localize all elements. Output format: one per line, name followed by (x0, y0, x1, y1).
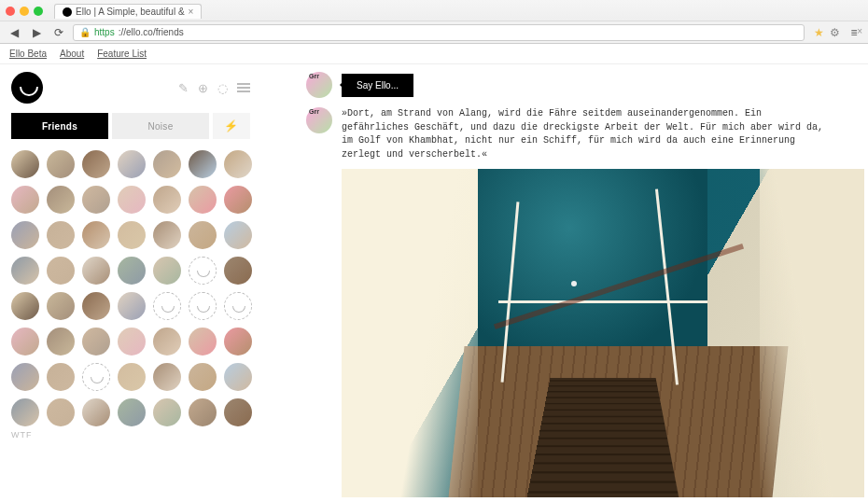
friend-avatar[interactable] (118, 150, 146, 178)
friend-avatar[interactable] (189, 221, 217, 249)
tab-friends[interactable]: Friends (11, 113, 108, 139)
composer-prompt[interactable]: Say Ello... (342, 74, 413, 97)
friend-avatar[interactable] (82, 328, 110, 356)
friend-avatar[interactable] (189, 292, 217, 320)
tab-bolt[interactable]: ⚡ (213, 113, 250, 139)
friend-avatar[interactable] (11, 292, 39, 320)
friend-avatar[interactable] (82, 150, 110, 178)
friend-avatar[interactable] (224, 328, 252, 356)
compose-icon[interactable]: ✎ (178, 81, 189, 95)
post-avatar[interactable] (306, 107, 332, 133)
settings-gear-icon[interactable]: ⚙ (830, 26, 840, 39)
hamburger-icon[interactable] (237, 83, 250, 92)
tab-close-icon[interactable]: × (189, 7, 194, 17)
wtf-link[interactable]: WTF (11, 430, 250, 439)
url-scheme: https (94, 27, 115, 37)
bookmark-link[interactable]: Ello Beta (9, 49, 47, 59)
friend-avatar[interactable] (82, 257, 110, 285)
friend-avatar[interactable] (189, 257, 217, 285)
post-text: »Dort, am Strand von Alang, wird die Fäh… (342, 107, 827, 161)
bookmark-link[interactable]: Feature List (97, 49, 147, 59)
image-rail (498, 300, 707, 303)
friend-avatar[interactable] (224, 150, 252, 178)
friend-avatar[interactable] (47, 150, 75, 178)
close-window-icon[interactable] (6, 7, 15, 16)
url-path: ://ello.co/friends (119, 27, 184, 37)
composer: Say Ello... (306, 72, 853, 98)
friend-avatar[interactable] (47, 363, 75, 391)
image-stairs (526, 378, 680, 497)
friend-avatar[interactable] (153, 150, 181, 178)
discover-icon[interactable]: ◌ (217, 81, 228, 95)
friend-avatar[interactable] (47, 328, 75, 356)
friend-avatar[interactable] (224, 363, 252, 391)
friend-avatar[interactable] (47, 186, 75, 214)
friend-avatar[interactable] (189, 398, 217, 426)
friend-avatar[interactable] (11, 186, 39, 214)
address-bar: ◀ ▶ ⟳ 🔒 https ://ello.co/friends ★ ⚙ ≡ (0, 21, 868, 43)
reload-button[interactable]: ⟳ (50, 24, 67, 41)
friend-avatar[interactable] (189, 363, 217, 391)
friend-avatar[interactable] (189, 150, 217, 178)
bookmark-star-icon[interactable]: ★ (814, 26, 824, 39)
friend-avatar[interactable] (224, 186, 252, 214)
friend-avatar[interactable] (118, 186, 146, 214)
tab-title: Ello | A Simple, beautiful & (76, 7, 185, 17)
friend-avatar[interactable] (118, 363, 146, 391)
friend-avatar[interactable] (224, 292, 252, 320)
friend-avatar[interactable] (224, 221, 252, 249)
friend-avatar[interactable] (82, 292, 110, 320)
friend-avatar[interactable] (47, 292, 75, 320)
app: ✎ ⊕ ◌ Friends Noise ⚡ WTF Say Ello... »D… (0, 64, 868, 502)
friend-avatar[interactable] (153, 363, 181, 391)
friend-avatar[interactable] (189, 186, 217, 214)
friend-avatar[interactable] (11, 257, 39, 285)
friend-avatar[interactable] (47, 221, 75, 249)
friend-avatar[interactable] (47, 257, 75, 285)
friend-avatar[interactable] (11, 363, 39, 391)
zoom-window-icon[interactable] (34, 7, 43, 16)
friend-avatar[interactable] (118, 398, 146, 426)
browser-chrome: Ello | A Simple, beautiful & × ◀ ▶ ⟳ 🔒 h… (0, 0, 868, 44)
friend-avatar[interactable] (153, 292, 181, 320)
friend-avatar[interactable] (11, 150, 39, 178)
friend-avatar[interactable] (82, 186, 110, 214)
header-icons: ✎ ⊕ ◌ (178, 81, 250, 95)
friend-avatar[interactable] (82, 221, 110, 249)
feed: Say Ello... »Dort, am Strand von Alang, … (261, 64, 868, 502)
post-image[interactable] (342, 169, 864, 497)
friend-avatar[interactable] (189, 328, 217, 356)
friend-avatar[interactable] (11, 328, 39, 356)
friend-avatar[interactable] (11, 398, 39, 426)
friend-avatar[interactable] (82, 363, 110, 391)
url-input[interactable]: 🔒 https ://ello.co/friends (73, 24, 805, 41)
logo-row: ✎ ⊕ ◌ (11, 72, 250, 104)
bookmark-link[interactable]: About (60, 49, 84, 59)
friend-avatar[interactable] (47, 398, 75, 426)
friend-avatar[interactable] (153, 257, 181, 285)
page-close-icon[interactable]: × (857, 26, 862, 36)
favicon-icon (63, 7, 72, 17)
bookmark-bar: Ello Beta About Feature List (0, 44, 868, 64)
tab-noise[interactable]: Noise (112, 113, 209, 139)
friend-avatar[interactable] (118, 257, 146, 285)
friend-avatar[interactable] (118, 328, 146, 356)
browser-tab[interactable]: Ello | A Simple, beautiful & × (54, 4, 202, 19)
friend-avatar[interactable] (224, 257, 252, 285)
add-icon[interactable]: ⊕ (198, 81, 208, 95)
friend-avatar[interactable] (153, 398, 181, 426)
friend-avatar[interactable] (224, 398, 252, 426)
ello-logo-icon[interactable] (11, 72, 43, 104)
friend-avatar[interactable] (118, 292, 146, 320)
forward-button[interactable]: ▶ (28, 24, 45, 41)
friend-avatar[interactable] (153, 221, 181, 249)
tab-bar: Ello | A Simple, beautiful & × (0, 0, 868, 21)
friend-avatar[interactable] (11, 221, 39, 249)
minimize-window-icon[interactable] (20, 7, 29, 16)
friend-avatar[interactable] (153, 186, 181, 214)
composer-avatar[interactable] (306, 72, 332, 98)
friend-avatar[interactable] (153, 328, 181, 356)
back-button[interactable]: ◀ (6, 24, 22, 41)
friend-avatar[interactable] (118, 221, 146, 249)
friend-avatar[interactable] (82, 398, 110, 426)
